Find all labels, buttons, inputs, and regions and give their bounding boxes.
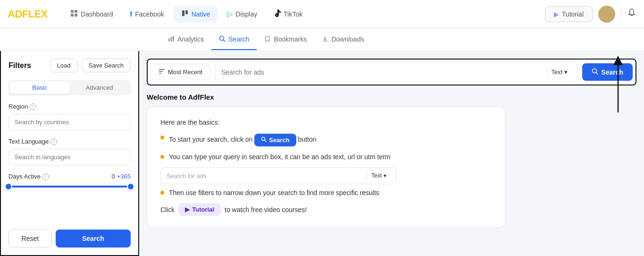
sort-button[interactable]: Most Recent [151,64,210,80]
tab-search[interactable]: Search [211,30,257,50]
search-tab-icon [219,35,226,43]
inline-search-preview-text: Search for ads [167,172,363,179]
sidebar-search-button[interactable]: Search [56,230,131,247]
tutorial-line: Click ▶ Tutorial to watch free video cou… [160,203,492,216]
bullet-dot-3 [160,191,164,195]
inline-search-label: Search [269,137,289,144]
text-type-dropdown[interactable]: Text ▾ [547,67,571,77]
main-layout: Filters Load Save Search Basic Advanced … [0,51,644,256]
slider-thumb-right[interactable] [127,183,134,190]
sidebar-title: Filters [8,61,31,70]
dashboard-icon [70,9,78,19]
bullet-3-text: Then use filters to narrow down your sea… [169,189,379,196]
bookmarks-icon [264,35,271,43]
search-icon [592,68,598,76]
bullet-1-content: To start your search, click on Search bu… [169,134,317,146]
filter-tab-advanced[interactable]: Advanced [70,81,130,94]
region-label: Region i [8,103,131,110]
top-search-label: Search [601,68,623,76]
sidebar-buttons: Load Save Search [50,59,131,72]
svg-rect-9 [171,37,172,42]
svg-point-20 [262,137,265,141]
nav-tab-facebook[interactable]: f Facebook [123,7,172,22]
bullet-item-3: Then use filters to narrow down your sea… [160,189,492,196]
region-input[interactable] [8,114,131,130]
logo: ADFLEX [8,8,48,20]
welcome-card: Here are the basics: To start your searc… [147,107,505,228]
tutorial-play-icon: ▶ [185,206,190,213]
tab-analytics[interactable]: Analytics [160,30,211,50]
bullet-1-text-after: button [298,136,317,143]
inline-search-preview: Search for ads Text ▾ [160,167,396,184]
tab-downloads[interactable]: Downloads [314,30,371,50]
nav-divider [621,7,621,22]
tab-bookmarks-label: Bookmarks [274,35,307,43]
tutorial-button[interactable]: ▶ Tutorial [545,6,593,22]
slider-thumb-left[interactable] [5,183,12,190]
sidebar-footer: Reset Search [8,226,131,247]
search-input-wrap: Text ▾ [215,62,577,82]
search-ads-input[interactable] [221,68,543,76]
bullet-dot-1 [160,136,164,139]
svg-rect-3 [75,14,77,17]
tutorial-inline-label: Tutorial [192,206,214,213]
inline-search-icon [261,137,267,144]
notification-bell-icon[interactable] [627,8,636,20]
top-search-button[interactable]: Search [582,63,633,81]
tutorial-line-after: to watch free video courses! [225,206,307,213]
nav-right: ▶ Tutorial [545,6,636,23]
svg-rect-0 [71,10,74,13]
svg-rect-5 [185,10,188,14]
text-dropdown-label: Text [551,68,562,76]
top-nav: ADFLEX Dashboard f Facebook Native ▷ Dis… [0,0,644,28]
days-max: +365 [117,173,131,180]
filter-tab-basic[interactable]: Basic [10,81,70,94]
play-icon: ▶ [554,10,559,18]
svg-line-17 [596,73,598,75]
nav-tabs: Dashboard f Facebook Native ▷ Display Ti… [63,6,545,23]
text-language-section: Text Language i [8,138,131,165]
days-active-info-icon[interactable]: i [42,173,49,180]
tab-downloads-label: Downloads [331,35,364,43]
facebook-icon: f [130,10,133,18]
text-language-info-icon[interactable]: i [50,138,57,145]
nav-tab-tiktok[interactable]: TikTok [267,6,310,23]
second-nav: Analytics Search Bookmarks Downloads [0,28,644,51]
welcome-title: Welcome to AdfFlex [147,93,636,101]
logo-text: ADFLE [8,8,41,20]
region-section: Region i [8,103,131,130]
inline-text-label: Text [371,172,382,179]
days-active-section: Days Active i 0 +365 [8,173,131,188]
nav-tab-facebook-label: Facebook [135,10,164,18]
days-slider [8,186,131,188]
tutorial-line-text: Click [160,206,175,213]
inline-search-button[interactable]: Search [254,134,296,146]
slider-fill [8,186,131,188]
logo-highlight: X [41,8,48,20]
bullet-1-text-before: To start your search, click on [169,136,254,143]
tiktok-icon [274,9,281,19]
region-info-icon[interactable]: i [30,103,36,110]
load-button[interactable]: Load [50,59,78,72]
tutorial-inline-button[interactable]: ▶ Tutorial [178,203,221,216]
bullet-item-1: To start your search, click on Search bu… [160,134,492,146]
chevron-down-icon: ▾ [564,68,568,76]
reset-button[interactable]: Reset [8,230,52,247]
nav-tab-display[interactable]: ▷ Display [219,6,265,22]
slider-track[interactable] [8,186,131,188]
filter-tab-group: Basic Advanced [8,80,131,95]
nav-tab-native-label: Native [192,10,210,18]
save-search-button[interactable]: Save Search [82,59,131,72]
svg-line-21 [265,140,266,142]
nav-tab-dashboard-label: Dashboard [81,10,113,18]
svg-point-6 [604,10,609,15]
inline-text-dropdown[interactable]: Text ▾ [367,171,390,180]
bullet-dot-2 [160,155,164,159]
avatar[interactable] [598,6,615,23]
analytics-icon [168,35,175,43]
nav-tab-native[interactable]: Native [174,6,218,23]
svg-rect-10 [173,36,174,42]
nav-tab-dashboard[interactable]: Dashboard [63,6,121,23]
text-language-input[interactable] [8,149,131,165]
tab-bookmarks[interactable]: Bookmarks [257,30,314,50]
